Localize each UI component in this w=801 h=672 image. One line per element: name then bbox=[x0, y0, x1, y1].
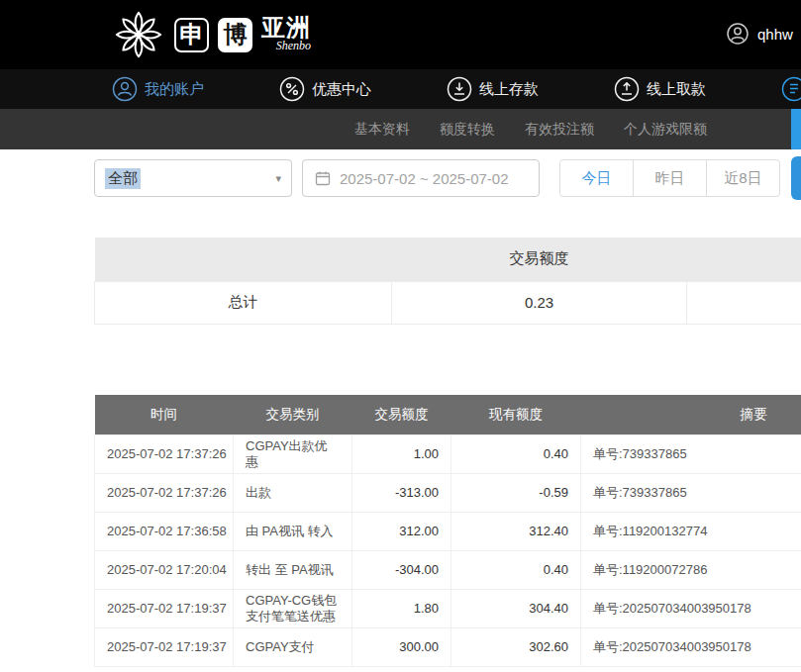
column-header-time: 时间 bbox=[95, 395, 234, 434]
range-button-last-8-days[interactable]: 近8日 bbox=[706, 159, 780, 197]
cell-note: 单号:202507034003950178 bbox=[581, 627, 801, 666]
cell-time: 2025-07-02 17:19:37 bbox=[95, 627, 234, 666]
cell-note: 单号:119200132774 bbox=[581, 512, 801, 550]
withdraw-icon bbox=[614, 76, 640, 102]
cell-amount: -304.00 bbox=[352, 550, 451, 589]
cell-type: CGPAY-CG钱包支付笔笔送优惠 bbox=[234, 589, 352, 627]
cell-amount: 1.80 bbox=[352, 589, 451, 627]
cell-note: 单号:119200072786 bbox=[581, 550, 801, 589]
table-row: 2025-07-02 17:19:37 CGPAY-CG钱包支付笔笔送优惠 1.… bbox=[95, 589, 801, 627]
cell-type: 由 PA视讯 转入 bbox=[234, 512, 352, 550]
cell-balance: -0.59 bbox=[451, 473, 581, 512]
cell-balance: 302.60 bbox=[451, 627, 581, 666]
cell-type: 出款 bbox=[234, 473, 352, 512]
summary-total-row: 总计 0.23 bbox=[95, 281, 801, 324]
cell-time: 2025-07-02 17:36:58 bbox=[95, 512, 234, 550]
cell-type: CGPAY出款优惠 bbox=[234, 434, 352, 473]
nav-label: 优惠中心 bbox=[312, 80, 371, 99]
column-header-amount: 交易额度 bbox=[352, 395, 451, 434]
subnav-item-valid-bets[interactable]: 有效投注额 bbox=[525, 121, 594, 139]
cell-amount: 312.00 bbox=[352, 512, 451, 550]
cell-balance: 304.40 bbox=[451, 589, 581, 627]
discount-icon bbox=[279, 76, 305, 102]
sub-nav: 基本资料 额度转换 有效投注额 个人游戏限额 bbox=[0, 109, 801, 149]
cell-note: 单号:739337865 bbox=[581, 434, 801, 473]
nav-label: 我的账户 bbox=[145, 80, 204, 99]
date-range-input[interactable]: 2025-07-02 ~ 2025-07-02 bbox=[302, 159, 540, 197]
nav-item-promotions[interactable]: 优惠中心 bbox=[279, 76, 371, 102]
cell-time: 2025-07-02 17:37:26 bbox=[95, 473, 234, 512]
cell-balance: 312.40 bbox=[451, 512, 581, 550]
cell-time: 2025-07-02 17:20:04 bbox=[95, 550, 234, 589]
main-nav: 我的账户 优惠中心 线上存款 bbox=[0, 69, 801, 109]
cell-balance: 0.40 bbox=[451, 550, 581, 589]
date-range-value: 2025-07-02 ~ 2025-07-02 bbox=[340, 170, 509, 187]
subnav-item-credit-transfer[interactable]: 额度转换 bbox=[440, 121, 495, 139]
transactions-table: 时间 交易类别 交易额度 现有额度 摘要 2025-07-02 17:37:26… bbox=[94, 395, 801, 667]
range-button-today[interactable]: 今日 bbox=[559, 159, 634, 197]
summary-total-label: 总计 bbox=[95, 281, 392, 324]
logo-subtitle: Shenbo bbox=[276, 39, 311, 53]
calendar-icon bbox=[315, 170, 331, 186]
column-header-type: 交易类别 bbox=[234, 395, 352, 434]
range-button-yesterday[interactable]: 昨日 bbox=[633, 159, 707, 197]
flower-logo-icon bbox=[112, 8, 165, 61]
table-row: 2025-07-02 17:37:26 CGPAY出款优惠 1.00 0.40 … bbox=[95, 434, 801, 473]
type-select-value: 全部 bbox=[105, 168, 141, 189]
cell-amount: -313.00 bbox=[352, 473, 451, 512]
records-icon bbox=[781, 76, 801, 102]
page: 申 博 亚洲 Shenbo qhhw bbox=[0, 0, 801, 672]
summary-header-row: 交易额度 bbox=[95, 238, 801, 281]
username: qhhw bbox=[757, 26, 793, 43]
cell-amount: 300.00 bbox=[352, 627, 451, 666]
cell-type: 转出 至 PA视讯 bbox=[234, 550, 352, 589]
nav-item-records[interactable]: 往来记录 bbox=[781, 76, 801, 102]
table-row: 2025-07-02 17:20:04 转出 至 PA视讯 -304.00 0.… bbox=[95, 550, 801, 589]
table-row: 2025-07-02 17:19:37 CGPAY支付 300.00 302.6… bbox=[95, 627, 801, 666]
summary-total-value: 0.23 bbox=[392, 281, 687, 324]
cell-balance: 0.40 bbox=[451, 434, 581, 473]
transactions-header-row: 时间 交易类别 交易额度 现有额度 摘要 bbox=[95, 395, 801, 434]
table-row: 2025-07-02 17:37:26 出款 -313.00 -0.59 单号:… bbox=[95, 473, 801, 512]
logo-region-wrap: 亚洲 Shenbo bbox=[261, 16, 311, 53]
summary-table: 交易额度 总计 0.23 bbox=[94, 238, 801, 325]
type-select[interactable]: 全部 ▾ bbox=[94, 159, 292, 197]
right-edge-accent[interactable] bbox=[791, 109, 801, 149]
account-menu[interactable]: qhhw bbox=[726, 22, 793, 46]
logo-region-text: 亚洲 bbox=[261, 16, 311, 40]
table-row: 2025-07-02 17:36:58 由 PA视讯 转入 312.00 312… bbox=[95, 512, 801, 550]
summary-header-empty bbox=[95, 238, 392, 281]
brand-logo[interactable]: 申 博 亚洲 Shenbo bbox=[112, 8, 311, 61]
cell-time: 2025-07-02 17:19:37 bbox=[95, 589, 234, 627]
nav-label: 线上存款 bbox=[479, 80, 539, 99]
cell-note: 单号:739337865 bbox=[581, 473, 801, 512]
cell-time: 2025-07-02 17:37:26 bbox=[95, 434, 234, 473]
user-icon bbox=[112, 76, 138, 102]
cell-type: CGPAY支付 bbox=[234, 627, 352, 666]
search-button[interactable] bbox=[791, 156, 801, 200]
nav-label: 线上取款 bbox=[647, 80, 706, 99]
summary-header-cutoff bbox=[687, 238, 801, 281]
quick-range-group: 今日 昨日 近8日 bbox=[559, 159, 780, 197]
cell-note: 单号:202507034003950178 bbox=[581, 589, 801, 627]
chevron-down-icon: ▾ bbox=[275, 172, 281, 185]
deposit-icon bbox=[447, 76, 472, 102]
nav-item-my-account[interactable]: 我的账户 bbox=[112, 76, 204, 102]
summary-header-label: 交易额度 bbox=[392, 238, 687, 281]
column-header-balance: 现有额度 bbox=[451, 395, 581, 434]
nav-item-withdraw[interactable]: 线上取款 bbox=[614, 76, 706, 102]
subnav-item-basic-info[interactable]: 基本资料 bbox=[354, 121, 410, 139]
logo-char-bo: 博 bbox=[218, 18, 252, 52]
top-header: 申 博 亚洲 Shenbo qhhw bbox=[0, 0, 801, 69]
avatar-icon bbox=[726, 22, 750, 46]
logo-char-shen: 申 bbox=[174, 18, 209, 52]
nav-item-deposit[interactable]: 线上存款 bbox=[447, 76, 539, 102]
summary-total-cutoff bbox=[687, 281, 801, 324]
cell-amount: 1.00 bbox=[352, 434, 451, 473]
column-header-note: 摘要 bbox=[581, 395, 801, 434]
subnav-item-game-limits[interactable]: 个人游戏限额 bbox=[624, 121, 707, 139]
